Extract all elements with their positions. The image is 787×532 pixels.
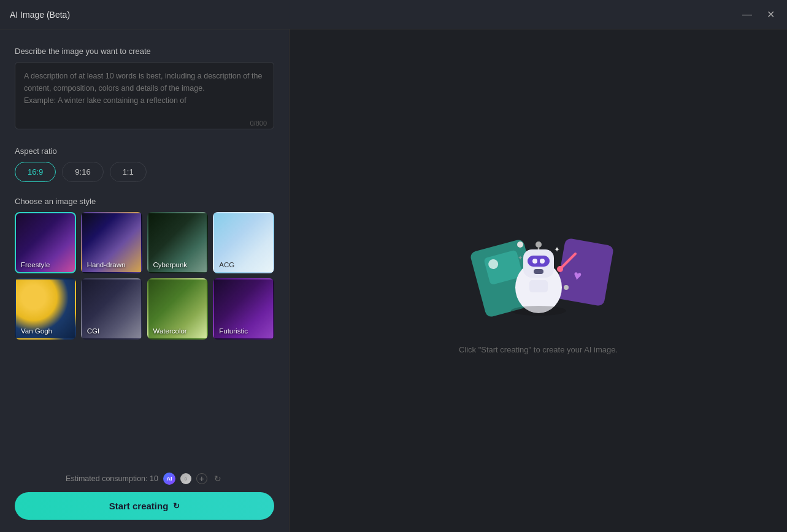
window-title: AI Image (Beta) <box>10 10 70 20</box>
style-label-hand-drawn: Hand-drawn <box>82 257 141 272</box>
svg-rect-3 <box>555 237 613 306</box>
style-item-watercolor[interactable]: Watercolor <box>147 278 209 340</box>
svg-point-10 <box>536 241 542 248</box>
plus-icon[interactable]: + <box>196 473 207 484</box>
style-item-cyberpunk[interactable]: Cyberpunk <box>147 212 209 273</box>
titlebar-controls: — ✕ <box>740 7 777 22</box>
left-panel: Describe the image you want to create 0/… <box>0 29 290 532</box>
svg-rect-13 <box>529 280 548 292</box>
right-panel: ♥ <box>290 29 787 532</box>
consumption-row: Estimated consumption: 10 AI ○ + ↻ <box>15 473 274 485</box>
content-area: Describe the image you want to create 0/… <box>0 29 787 532</box>
aspect-btn-9-16[interactable]: 9:16 <box>62 162 103 182</box>
svg-rect-12 <box>534 269 543 274</box>
svg-point-8 <box>532 259 537 264</box>
start-creating-icon: ↻ <box>173 501 180 511</box>
style-label-futuristic: Futuristic <box>214 324 273 338</box>
style-label-cyberpunk: Cyberpunk <box>148 257 207 272</box>
aspect-buttons: 16:9 9:16 1:1 <box>15 162 274 182</box>
style-grid: Freestyle Hand-drawn Cyberpunk ACG Van G… <box>15 212 274 340</box>
style-section: Choose an image style Freestyle Hand-dra… <box>15 197 274 463</box>
aspect-ratio-label: Aspect ratio <box>15 146 274 156</box>
style-item-freestyle[interactable]: Freestyle <box>15 212 76 273</box>
char-count: 0/800 <box>250 120 267 127</box>
preview-hint: Click "Start creating" to create your AI… <box>459 345 618 354</box>
close-button[interactable]: ✕ <box>764 7 777 22</box>
coin-icon: ○ <box>180 473 191 484</box>
start-creating-label: Start creating <box>109 501 169 511</box>
style-label-freestyle: Freestyle <box>16 257 75 272</box>
titlebar: AI Image (Beta) — ✕ <box>0 0 787 29</box>
describe-label: Describe the image you want to create <box>15 47 274 56</box>
style-item-cgi[interactable]: CGI <box>81 278 142 340</box>
aspect-ratio-section: Aspect ratio 16:9 9:16 1:1 <box>15 146 274 182</box>
style-item-van-gogh[interactable]: Van Gogh <box>15 278 76 340</box>
style-label: Choose an image style <box>15 197 274 206</box>
aspect-btn-16-9[interactable]: 16:9 <box>15 162 56 182</box>
description-section: Describe the image you want to create 0/… <box>15 47 274 132</box>
style-label-acg: ACG <box>214 257 273 272</box>
svg-rect-7 <box>528 256 550 267</box>
style-label-van-gogh: Van Gogh <box>16 324 75 338</box>
svg-point-17 <box>557 266 563 272</box>
preview-illustration: ♥ <box>459 208 618 330</box>
illustration-svg: ♥ <box>459 208 618 330</box>
svg-text:✦: ✦ <box>554 245 560 254</box>
svg-point-20 <box>511 306 566 316</box>
consumption-text: Estimated consumption: 10 <box>66 474 158 483</box>
svg-point-9 <box>540 259 545 264</box>
app-window: AI Image (Beta) — ✕ Describe the image y… <box>0 0 787 532</box>
svg-point-19 <box>564 285 569 290</box>
style-item-acg[interactable]: ACG <box>213 212 274 273</box>
style-label-watercolor: Watercolor <box>148 324 207 338</box>
style-label-cgi: CGI <box>82 324 141 338</box>
svg-text:✦: ✦ <box>518 254 523 261</box>
bottom-bar: Estimated consumption: 10 AI ○ + ↻ Start… <box>15 463 274 520</box>
minimize-button[interactable]: — <box>740 7 754 22</box>
svg-point-18 <box>517 241 523 248</box>
aspect-btn-1-1[interactable]: 1:1 <box>110 162 147 182</box>
ai-badge-icon: AI <box>163 473 175 485</box>
style-item-futuristic[interactable]: Futuristic <box>213 278 274 340</box>
style-item-hand-drawn[interactable]: Hand-drawn <box>81 212 142 273</box>
refresh-icon[interactable]: ↻ <box>212 473 223 484</box>
start-creating-button[interactable]: Start creating ↻ <box>15 492 274 520</box>
description-input[interactable] <box>15 62 274 129</box>
